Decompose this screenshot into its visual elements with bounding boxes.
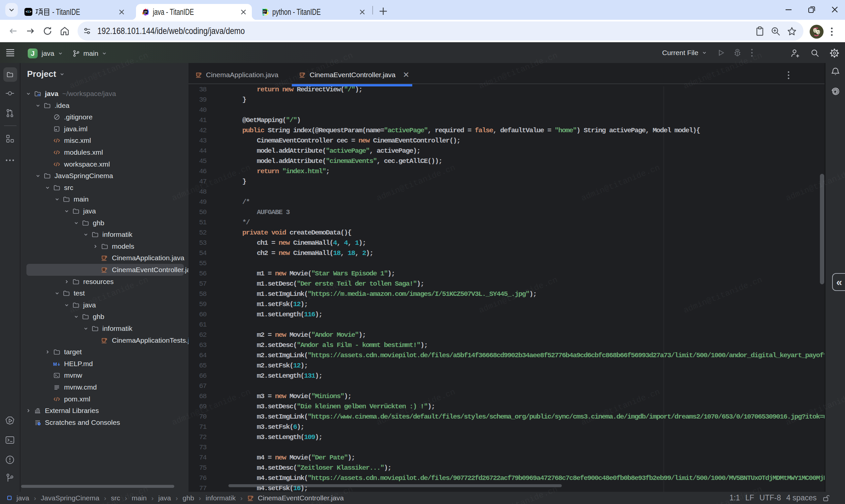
svg-text:PC: PC xyxy=(263,10,266,13)
svg-text:IE: IE xyxy=(144,11,147,13)
svg-text:M: M xyxy=(53,361,57,366)
